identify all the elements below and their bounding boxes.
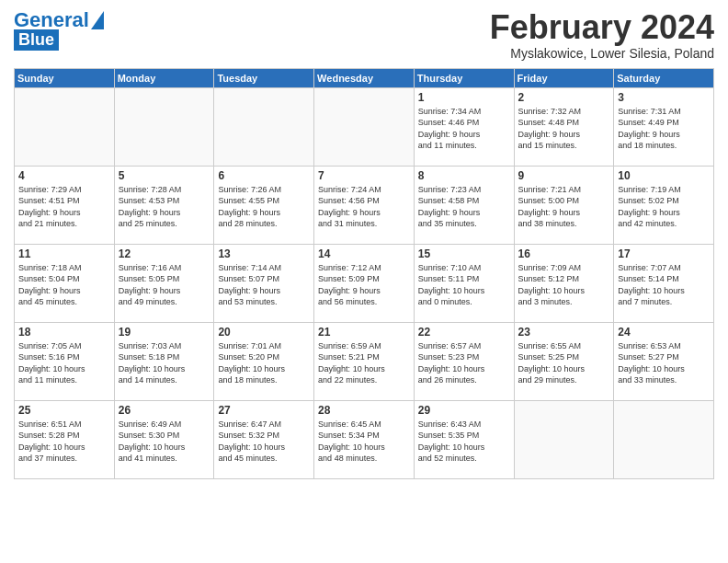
calendar-cell: 6Sunrise: 7:26 AM Sunset: 4:55 PM Daylig… — [214, 166, 314, 244]
day-number: 5 — [119, 169, 210, 182]
header-thursday: Thursday — [414, 68, 514, 87]
day-number: 25 — [18, 404, 110, 417]
calendar-cell — [114, 87, 214, 166]
day-number: 16 — [518, 247, 610, 260]
day-number: 22 — [418, 326, 510, 339]
logo-blue: Blue — [14, 29, 59, 51]
calendar-cell: 23Sunrise: 6:55 AM Sunset: 5:25 PM Dayli… — [514, 322, 614, 400]
calendar-cell: 18Sunrise: 7:05 AM Sunset: 5:16 PM Dayli… — [15, 322, 115, 400]
day-number: 11 — [18, 247, 110, 260]
cell-info: Sunrise: 6:53 AM Sunset: 5:27 PM Dayligh… — [618, 340, 710, 386]
calendar-cell: 3Sunrise: 7:31 AM Sunset: 4:49 PM Daylig… — [614, 87, 714, 166]
cell-info: Sunrise: 7:31 AM Sunset: 4:49 PM Dayligh… — [618, 106, 710, 152]
month-title: February 2024 — [490, 9, 714, 46]
header-wednesday: Wednesday — [314, 68, 415, 87]
cell-info: Sunrise: 7:16 AM Sunset: 5:05 PM Dayligh… — [119, 262, 210, 308]
cell-info: Sunrise: 7:19 AM Sunset: 5:02 PM Dayligh… — [618, 184, 710, 230]
cell-info: Sunrise: 7:34 AM Sunset: 4:46 PM Dayligh… — [418, 106, 510, 152]
day-number: 24 — [618, 326, 710, 339]
logo-text: General — [14, 9, 89, 31]
cell-info: Sunrise: 7:09 AM Sunset: 5:12 PM Dayligh… — [518, 262, 610, 308]
cell-info: Sunrise: 7:32 AM Sunset: 4:48 PM Dayligh… — [518, 106, 610, 152]
day-number: 9 — [518, 169, 610, 182]
day-number: 19 — [119, 326, 210, 339]
calendar-cell: 13Sunrise: 7:14 AM Sunset: 5:07 PM Dayli… — [214, 244, 314, 322]
logo-general: General — [14, 8, 89, 31]
cell-info: Sunrise: 7:28 AM Sunset: 4:53 PM Dayligh… — [119, 184, 210, 230]
day-number: 18 — [18, 326, 110, 339]
day-number: 17 — [618, 247, 710, 260]
calendar-cell: 14Sunrise: 7:12 AM Sunset: 5:09 PM Dayli… — [314, 244, 415, 322]
title-section: February 2024 Myslakowice, Lower Silesia… — [490, 9, 714, 61]
day-number: 28 — [318, 404, 410, 417]
calendar-cell: 1Sunrise: 7:34 AM Sunset: 4:46 PM Daylig… — [414, 87, 514, 166]
day-number: 4 — [18, 169, 110, 182]
day-number: 27 — [218, 404, 310, 417]
cell-info: Sunrise: 7:21 AM Sunset: 5:00 PM Dayligh… — [518, 184, 610, 230]
calendar-body: 1Sunrise: 7:34 AM Sunset: 4:46 PM Daylig… — [15, 87, 714, 478]
header-saturday: Saturday — [614, 68, 714, 87]
day-number: 14 — [318, 247, 410, 260]
calendar-cell: 19Sunrise: 7:03 AM Sunset: 5:18 PM Dayli… — [114, 322, 214, 400]
calendar-cell — [514, 400, 614, 478]
calendar-cell — [214, 87, 314, 166]
cell-info: Sunrise: 7:29 AM Sunset: 4:51 PM Dayligh… — [18, 184, 110, 230]
calendar-week-2: 11Sunrise: 7:18 AM Sunset: 5:04 PM Dayli… — [15, 244, 714, 322]
cell-info: Sunrise: 7:07 AM Sunset: 5:14 PM Dayligh… — [618, 262, 710, 308]
calendar-week-4: 25Sunrise: 6:51 AM Sunset: 5:28 PM Dayli… — [15, 400, 714, 478]
calendar-cell: 11Sunrise: 7:18 AM Sunset: 5:04 PM Dayli… — [15, 244, 115, 322]
cell-info: Sunrise: 7:24 AM Sunset: 4:56 PM Dayligh… — [318, 184, 410, 230]
cell-info: Sunrise: 7:23 AM Sunset: 4:58 PM Dayligh… — [418, 184, 510, 230]
calendar-cell: 20Sunrise: 7:01 AM Sunset: 5:20 PM Dayli… — [214, 322, 314, 400]
cell-info: Sunrise: 6:43 AM Sunset: 5:35 PM Dayligh… — [418, 419, 510, 465]
calendar-cell: 17Sunrise: 7:07 AM Sunset: 5:14 PM Dayli… — [614, 244, 714, 322]
calendar-cell: 9Sunrise: 7:21 AM Sunset: 5:00 PM Daylig… — [514, 166, 614, 244]
calendar-cell: 15Sunrise: 7:10 AM Sunset: 5:11 PM Dayli… — [414, 244, 514, 322]
day-number: 8 — [418, 169, 510, 182]
calendar-week-1: 4Sunrise: 7:29 AM Sunset: 4:51 PM Daylig… — [15, 166, 714, 244]
day-number: 2 — [518, 91, 610, 104]
cell-info: Sunrise: 6:47 AM Sunset: 5:32 PM Dayligh… — [218, 419, 310, 465]
cell-info: Sunrise: 7:05 AM Sunset: 5:16 PM Dayligh… — [18, 340, 110, 386]
calendar-cell: 28Sunrise: 6:45 AM Sunset: 5:34 PM Dayli… — [314, 400, 415, 478]
cell-info: Sunrise: 7:14 AM Sunset: 5:07 PM Dayligh… — [218, 262, 310, 308]
cell-info: Sunrise: 7:10 AM Sunset: 5:11 PM Dayligh… — [418, 262, 510, 308]
day-number: 3 — [618, 91, 710, 104]
header-friday: Friday — [514, 68, 614, 87]
cell-info: Sunrise: 7:12 AM Sunset: 5:09 PM Dayligh… — [318, 262, 410, 308]
calendar-cell: 24Sunrise: 6:53 AM Sunset: 5:27 PM Dayli… — [614, 322, 714, 400]
day-number: 23 — [518, 326, 610, 339]
day-number: 10 — [618, 169, 710, 182]
day-number: 20 — [218, 326, 310, 339]
calendar-cell: 10Sunrise: 7:19 AM Sunset: 5:02 PM Dayli… — [614, 166, 714, 244]
cell-info: Sunrise: 6:45 AM Sunset: 5:34 PM Dayligh… — [318, 419, 410, 465]
day-number: 15 — [418, 247, 510, 260]
day-number: 6 — [218, 169, 310, 182]
cell-info: Sunrise: 7:26 AM Sunset: 4:55 PM Dayligh… — [218, 184, 310, 230]
calendar-cell: 21Sunrise: 6:59 AM Sunset: 5:21 PM Dayli… — [314, 322, 415, 400]
cell-info: Sunrise: 7:03 AM Sunset: 5:18 PM Dayligh… — [119, 340, 210, 386]
calendar-cell: 2Sunrise: 7:32 AM Sunset: 4:48 PM Daylig… — [514, 87, 614, 166]
calendar-cell — [614, 400, 714, 478]
calendar-cell: 8Sunrise: 7:23 AM Sunset: 4:58 PM Daylig… — [414, 166, 514, 244]
calendar-header-row: SundayMondayTuesdayWednesdayThursdayFrid… — [15, 68, 714, 87]
cell-info: Sunrise: 6:51 AM Sunset: 5:28 PM Dayligh… — [18, 419, 110, 465]
subtitle: Myslakowice, Lower Silesia, Poland — [490, 46, 714, 61]
cell-info: Sunrise: 7:01 AM Sunset: 5:20 PM Dayligh… — [218, 340, 310, 386]
calendar-week-0: 1Sunrise: 7:34 AM Sunset: 4:46 PM Daylig… — [15, 87, 714, 166]
day-number: 7 — [318, 169, 410, 182]
day-number: 29 — [418, 404, 510, 417]
calendar-cell: 5Sunrise: 7:28 AM Sunset: 4:53 PM Daylig… — [114, 166, 214, 244]
cell-info: Sunrise: 6:59 AM Sunset: 5:21 PM Dayligh… — [318, 340, 410, 386]
day-number: 21 — [318, 326, 410, 339]
day-number: 13 — [218, 247, 310, 260]
header-section: General Blue February 2024 Myslakowice, … — [14, 9, 714, 61]
header-tuesday: Tuesday — [214, 68, 314, 87]
header-monday: Monday — [114, 68, 214, 87]
calendar-cell: 27Sunrise: 6:47 AM Sunset: 5:32 PM Dayli… — [214, 400, 314, 478]
calendar-cell: 4Sunrise: 7:29 AM Sunset: 4:51 PM Daylig… — [15, 166, 115, 244]
calendar-cell: 25Sunrise: 6:51 AM Sunset: 5:28 PM Dayli… — [15, 400, 115, 478]
cell-info: Sunrise: 6:49 AM Sunset: 5:30 PM Dayligh… — [119, 419, 210, 465]
calendar-cell: 7Sunrise: 7:24 AM Sunset: 4:56 PM Daylig… — [314, 166, 415, 244]
day-number: 26 — [119, 404, 210, 417]
